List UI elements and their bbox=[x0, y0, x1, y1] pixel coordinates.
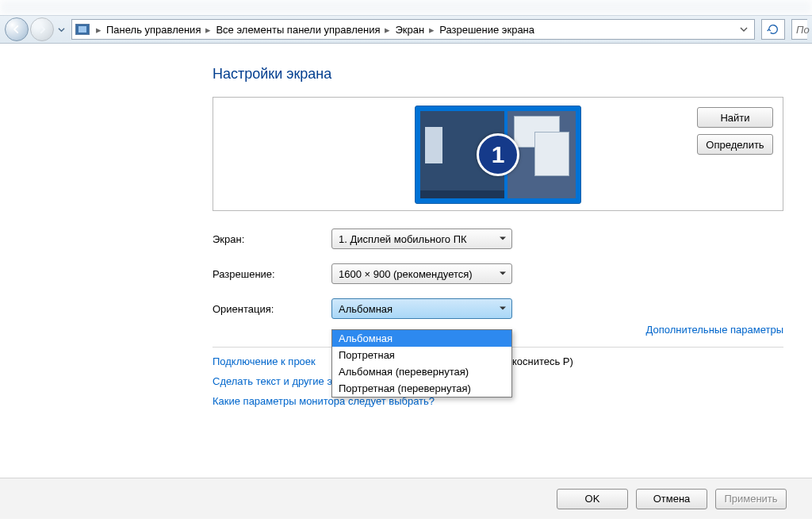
chevron-down-icon bbox=[499, 303, 507, 315]
arrow-right-icon bbox=[36, 24, 48, 35]
back-button[interactable] bbox=[5, 17, 29, 41]
chevron-down-icon bbox=[740, 25, 748, 33]
orientation-option-3[interactable]: Портретная (перевернутая) bbox=[332, 380, 511, 397]
chevron-down-icon bbox=[499, 268, 507, 280]
crumb-display[interactable]: Экран bbox=[392, 24, 427, 36]
orientation-combo[interactable]: Альбомная bbox=[331, 298, 512, 319]
chevron-down-icon bbox=[58, 26, 65, 33]
identify-button[interactable]: Определить bbox=[697, 134, 773, 155]
crumb-all-items[interactable]: Все элементы панели управления bbox=[213, 24, 383, 36]
history-dropdown[interactable] bbox=[56, 17, 67, 41]
footer-button-bar: OK Отмена Применить bbox=[0, 478, 812, 519]
monitor-icon bbox=[75, 24, 90, 35]
orientation-option-0[interactable]: Альбомная bbox=[332, 330, 511, 347]
obscured-header bbox=[0, 0, 812, 15]
orientation-option-2[interactable]: Альбомная (перевернутая) bbox=[332, 363, 511, 380]
advanced-settings-link[interactable]: Дополнительные параметры bbox=[645, 324, 783, 336]
orientation-option-1[interactable]: Портретная bbox=[332, 347, 511, 363]
address-dropdown[interactable] bbox=[737, 24, 751, 36]
ok-button[interactable]: OK bbox=[557, 489, 628, 509]
monitor-number-badge: 1 bbox=[477, 133, 519, 176]
crumb-resolution[interactable]: Разрешение экрана bbox=[436, 24, 538, 36]
projector-link-pre[interactable]: Подключение к проек bbox=[213, 355, 316, 367]
monitor-preview[interactable]: 1 bbox=[415, 106, 581, 204]
explorer-navbar: ▸ Панель управления ▸ Все элементы панел… bbox=[0, 15, 812, 44]
refresh-button[interactable] bbox=[761, 19, 785, 40]
orientation-dropdown-list[interactable]: Альбомная Портретная Альбомная (переверн… bbox=[331, 329, 512, 398]
screen-label: Экран: bbox=[213, 233, 331, 245]
crumb-control-panel[interactable]: Панель управления bbox=[103, 24, 204, 36]
forward-button[interactable] bbox=[30, 17, 54, 41]
find-button[interactable]: Найти bbox=[697, 107, 773, 128]
address-bar[interactable]: ▸ Панель управления ▸ Все элементы панел… bbox=[71, 19, 755, 40]
orientation-label: Ориентация: bbox=[213, 303, 331, 315]
resolution-combo[interactable]: 1600 × 900 (рекомендуется) bbox=[331, 263, 512, 284]
cancel-button[interactable]: Отмена bbox=[636, 489, 707, 509]
projector-link-post: и коснитесь P) bbox=[504, 355, 573, 367]
breadcrumb-sep: ▸ bbox=[94, 24, 103, 36]
arrow-left-icon bbox=[11, 24, 22, 35]
chevron-down-icon bbox=[499, 233, 507, 245]
screen-combo-value: 1. Дисплей мобильного ПК bbox=[339, 233, 467, 245]
display-preview-box: 1 Найти Определить bbox=[213, 97, 783, 211]
orientation-combo-value: Альбомная bbox=[339, 303, 393, 315]
screen-combo[interactable]: 1. Дисплей мобильного ПК bbox=[331, 229, 512, 249]
resolution-label: Разрешение: bbox=[213, 268, 331, 280]
resolution-combo-value: 1600 × 900 (рекомендуется) bbox=[339, 268, 473, 280]
apply-button[interactable]: Применить bbox=[715, 489, 787, 509]
page-title: Настройки экрана bbox=[213, 66, 783, 83]
search-field-fragment[interactable]: По bbox=[791, 19, 807, 40]
refresh-icon bbox=[767, 23, 779, 36]
